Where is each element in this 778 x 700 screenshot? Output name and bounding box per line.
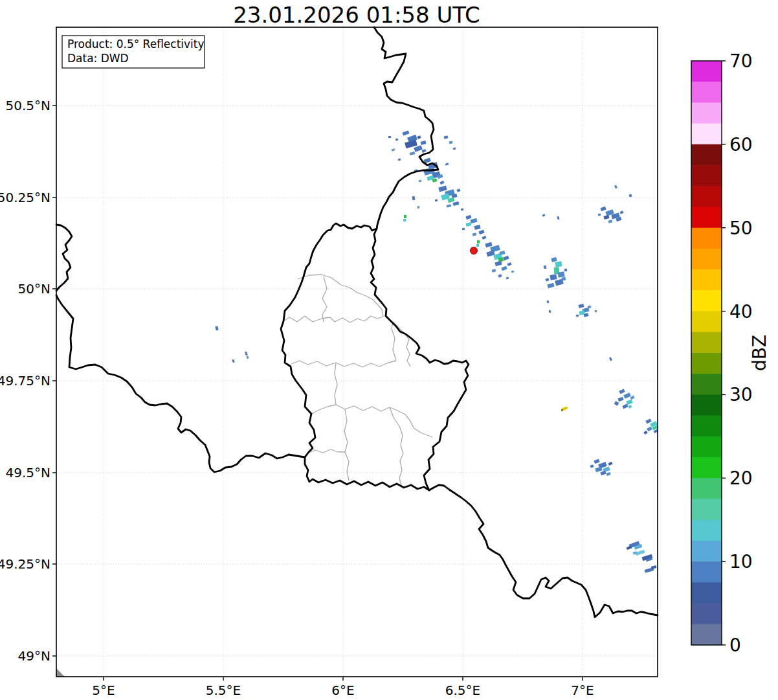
france-germany-border xyxy=(429,485,658,617)
radar-echo-cell xyxy=(438,186,447,192)
colorbar-segment xyxy=(691,249,722,270)
gridlines xyxy=(56,27,658,677)
radar-echo-cell xyxy=(557,216,559,220)
x-tick-label: 5°E xyxy=(92,683,115,698)
y-tick-label: 50°N xyxy=(18,281,50,297)
y-tick-label: 50.25°N xyxy=(0,190,50,205)
radar-echo-cell xyxy=(542,214,546,216)
radar-echo-cell xyxy=(388,136,391,138)
radar-echo-cell xyxy=(410,152,416,155)
y-tick-label: 49.25°N xyxy=(0,556,50,572)
y-tick-label: 50.5°N xyxy=(6,98,51,113)
radar-echo-cell xyxy=(445,163,449,166)
radar-echo-cell xyxy=(232,359,235,363)
radar-echo-cell xyxy=(398,158,401,161)
radar-echo-cell xyxy=(595,467,602,472)
radar-echo-cell xyxy=(498,274,502,277)
belgium-france-border xyxy=(56,295,305,472)
radar-echo-cell xyxy=(600,207,606,211)
canton-border-line xyxy=(390,407,403,486)
radar-echo-cell xyxy=(623,392,631,399)
canton-border-line xyxy=(335,363,337,405)
radar-echo-cell xyxy=(619,210,623,214)
radar-echo-cell xyxy=(606,472,610,476)
radar-echo-cell xyxy=(576,315,579,317)
colorbar-tick-label: 10 xyxy=(729,551,753,572)
radar-echo-cell xyxy=(461,209,464,211)
radar-echo-cell xyxy=(465,215,471,220)
canton-border-line xyxy=(307,449,345,453)
colorbar-segment xyxy=(691,374,722,395)
canton-border-line xyxy=(344,409,349,480)
radar-echo-cell xyxy=(598,214,601,216)
radar-echo-cell xyxy=(590,464,594,468)
radar-echoes xyxy=(215,130,658,572)
colorbar-tick-label: 50 xyxy=(729,218,753,239)
radar-echo-cell xyxy=(561,409,563,411)
radar-echo-cell xyxy=(647,427,652,431)
radar-echo-cell xyxy=(453,148,456,150)
colorbar-segment xyxy=(691,165,722,186)
colorbar-tick-label: 70 xyxy=(729,51,753,72)
radar-echo-cell xyxy=(478,230,484,234)
radar-echo-cell xyxy=(651,565,657,569)
radar-echo-cell xyxy=(557,271,564,278)
radar-echo-cell xyxy=(499,251,505,255)
colorbar-tick-label: 0 xyxy=(729,635,741,656)
radar-echo-cell xyxy=(439,181,444,185)
colorbar-segment xyxy=(691,290,722,311)
x-tick-label: 7°E xyxy=(571,683,594,698)
radar-echo-cell xyxy=(609,357,612,361)
radar-echo-cell xyxy=(507,262,511,266)
radar-echo-cell xyxy=(403,219,406,221)
radar-echo-cell xyxy=(603,215,609,220)
colorbar-segment xyxy=(691,416,722,437)
radar-echo-cell xyxy=(470,218,477,223)
radar-map-canvas: 23.01.2026 01:58 UTC 5°E5.5°E6°E6.5°E7°E… xyxy=(0,0,778,700)
radar-echo-cell xyxy=(614,401,619,405)
radar-echo-cell xyxy=(608,220,613,223)
radar-echo-cell xyxy=(453,201,460,206)
canton-border-line xyxy=(283,316,383,322)
colorbar-segment xyxy=(691,394,722,416)
colorbar: 010203040506070 xyxy=(691,51,753,656)
colorbar-tick-label: 20 xyxy=(729,468,753,489)
canton-border-line xyxy=(392,322,396,361)
x-tick-label: 6°E xyxy=(331,683,354,698)
radar-echo-cell xyxy=(419,180,422,183)
colorbar-segment xyxy=(691,102,722,124)
luxembourg-border xyxy=(281,223,469,490)
radar-echo-cell xyxy=(465,222,471,227)
radar-echo-cell xyxy=(564,269,568,272)
radar-echo-cell xyxy=(501,266,507,271)
radar-echo-cell xyxy=(550,274,557,280)
radar-echo-cell xyxy=(414,145,423,152)
radar-echo-cell xyxy=(546,278,550,281)
colorbar-segment xyxy=(691,541,722,562)
radar-echo-cell xyxy=(628,405,632,409)
radar-echo-cell xyxy=(247,356,249,359)
colorbar-segment xyxy=(691,144,722,166)
radar-echo-cell xyxy=(404,215,406,218)
no-data-corner xyxy=(56,668,65,677)
radar-echo-cell xyxy=(412,196,416,201)
y-tick-label: 49.75°N xyxy=(0,373,50,389)
plot-frame xyxy=(56,27,658,677)
colorbar-segment xyxy=(691,457,722,479)
radar-echo-cell xyxy=(417,206,419,209)
canton-border-line xyxy=(298,275,372,299)
figure-title: 23.01.2026 01:58 UTC xyxy=(233,2,480,28)
x-tick-label: 6.5°E xyxy=(445,683,480,698)
radar-echo-cell xyxy=(608,462,612,466)
radar-echo-cell xyxy=(578,304,584,308)
radar-echo-cell xyxy=(402,130,409,135)
colorbar-segment xyxy=(691,61,722,82)
radar-echo-cell xyxy=(547,283,554,288)
radar-echo-cell xyxy=(544,265,547,269)
colorbar-segment xyxy=(691,478,722,499)
radar-map-figure: 23.01.2026 01:58 UTC 5°E5.5°E6°E6.5°E7°E… xyxy=(0,0,778,700)
colorbar-segment xyxy=(691,582,722,604)
colorbar-segment xyxy=(691,561,722,583)
radar-echo-cell xyxy=(511,270,515,273)
radar-echo-cell xyxy=(617,397,623,401)
